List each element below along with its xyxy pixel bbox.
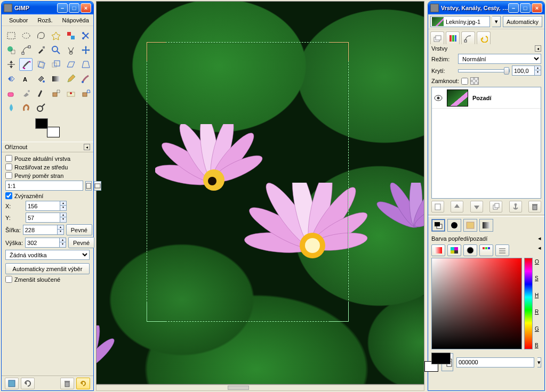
input-height[interactable] [25, 238, 59, 248]
spin-opacity[interactable]: ▴▾ [534, 66, 541, 76]
hex-input[interactable] [456, 357, 534, 368]
lock-pixels-checkbox[interactable] [461, 78, 468, 85]
hue-label-s[interactable]: S [535, 275, 541, 281]
width-fixed-button[interactable]: Pevné [66, 224, 92, 235]
tool-by-color-select[interactable] [64, 29, 77, 42]
spin-y[interactable]: ▴▾ [60, 213, 67, 223]
layer-delete-icon[interactable] [528, 201, 541, 213]
mode-select[interactable]: Normální [458, 54, 541, 64]
crop-handle-tr[interactable] [330, 42, 349, 61]
image-selector-dropdown[interactable]: ▾ [492, 16, 501, 27]
tool-flip[interactable] [4, 72, 18, 85]
color-edit-menu-icon[interactable]: ◂ [538, 244, 541, 256]
hue-label-b[interactable]: B [535, 342, 541, 348]
aspect-portrait-icon[interactable] [85, 181, 92, 191]
fgbg-menu-icon[interactable]: ◂ [538, 235, 541, 242]
opacity-input[interactable] [512, 66, 534, 76]
layer-lower-icon[interactable] [470, 201, 483, 213]
grad-pattern-icon[interactable] [463, 219, 477, 232]
bg-color-swatch[interactable] [47, 127, 60, 137]
tool-color-picker[interactable] [34, 44, 47, 56]
tool-bucket-fill[interactable] [34, 72, 47, 85]
crop-handle-br[interactable] [330, 303, 349, 322]
hex-dropdown[interactable]: ▾ [537, 357, 541, 368]
colortab-scales-icon[interactable] [495, 244, 509, 256]
tool-paintbrush[interactable] [79, 72, 92, 85]
tool-eraser[interactable] [4, 87, 18, 100]
color-sv-field[interactable] [431, 258, 522, 349]
autoshrink-button[interactable]: Automaticky zmenšit výběr [5, 263, 90, 274]
tool-perspective-clone[interactable] [79, 87, 92, 100]
layer-name-label[interactable]: Pozadí [472, 95, 491, 101]
layer-new-icon[interactable] [431, 201, 444, 213]
fg-color-swatch[interactable] [35, 118, 48, 129]
image-canvas[interactable] [96, 1, 424, 385]
tool-measure[interactable] [64, 44, 77, 56]
fg-bg-color-widget[interactable] [35, 118, 60, 137]
opacity-slider[interactable] [458, 69, 510, 72]
tool-paths[interactable] [19, 44, 33, 56]
tab-paths-icon[interactable] [461, 31, 475, 44]
hue-label-r[interactable]: R [535, 309, 541, 315]
menu-file[interactable]: Soubor [5, 16, 32, 24]
layer-row[interactable]: Pozadí [432, 87, 541, 109]
tool-shear[interactable] [64, 58, 77, 71]
layer-anchor-icon[interactable] [509, 201, 522, 213]
menu-help[interactable]: Nápověda [58, 16, 93, 24]
aspect-landscape-icon[interactable] [94, 181, 101, 191]
tool-move[interactable] [79, 44, 92, 56]
layer-list[interactable]: Pozadí [431, 87, 541, 199]
tool-fuzzy-select[interactable] [49, 29, 62, 42]
tool-clone[interactable] [49, 87, 62, 100]
tool-airbrush[interactable] [19, 87, 33, 100]
input-x[interactable] [26, 201, 60, 211]
crop-handle-bl[interactable] [147, 303, 166, 322]
tool-zoom[interactable] [49, 44, 62, 56]
tool-heal[interactable] [64, 87, 77, 100]
tool-align[interactable] [4, 58, 18, 71]
tooloptions-delete-icon[interactable] [60, 378, 74, 389]
guides-select[interactable]: Žádná vodítka [5, 250, 90, 260]
layers-menu-icon[interactable]: ◂ [535, 45, 541, 52]
maximize-button[interactable]: □ [520, 3, 531, 13]
tool-options-menu-icon[interactable]: ◂ [84, 144, 90, 150]
colortab-palette-icon[interactable] [479, 244, 493, 256]
tooloptions-reset-icon[interactable] [76, 378, 90, 389]
dock-titlebar[interactable]: Vrstvy, Kanály, Cesty, … – □ × [428, 2, 544, 14]
maximize-button[interactable]: □ [69, 3, 79, 13]
crop-handle-tl[interactable] [147, 42, 166, 61]
hue-label-o[interactable]: O [535, 259, 541, 265]
tool-dodge-burn[interactable] [34, 101, 47, 114]
menu-xtns[interactable]: Rozš. [33, 16, 57, 24]
layer-duplicate-icon[interactable] [489, 201, 502, 213]
tool-rect-select[interactable] [4, 29, 18, 42]
colortab-cmyk-icon[interactable] [447, 244, 461, 256]
close-button[interactable]: × [532, 3, 542, 13]
chk-highlight[interactable] [5, 192, 12, 199]
height-fixed-button[interactable]: Pevné [68, 237, 94, 248]
tab-channels-icon[interactable] [446, 31, 460, 44]
tab-undo-icon[interactable] [477, 31, 491, 44]
aspect-input[interactable] [5, 181, 83, 191]
colortab-wheel-icon[interactable] [463, 244, 477, 256]
tool-free-select[interactable] [34, 29, 47, 42]
toolbox-titlebar[interactable]: GIMP – □ × [2, 2, 93, 14]
tool-text[interactable]: A [19, 72, 33, 85]
tool-foreground-select[interactable] [4, 44, 18, 56]
tool-rotate[interactable] [34, 58, 47, 71]
close-button[interactable]: × [81, 3, 91, 13]
auto-button[interactable]: Automaticky [503, 16, 542, 27]
tool-scale[interactable] [49, 58, 62, 71]
grad-brush-icon[interactable] [447, 219, 461, 232]
spin-w[interactable]: ▴▾ [57, 225, 64, 235]
tool-crop[interactable] [19, 58, 33, 71]
tool-ellipse-select[interactable] [19, 29, 33, 42]
tool-perspective[interactable] [79, 58, 92, 71]
layer-raise-icon[interactable] [451, 201, 463, 213]
tool-pencil[interactable] [64, 72, 77, 85]
color-fgbg-mini[interactable] [431, 353, 438, 372]
tab-layers-icon[interactable] [430, 31, 444, 44]
tool-smudge[interactable] [19, 101, 33, 114]
minimize-button[interactable]: – [508, 3, 519, 13]
chk-shrink-merged[interactable] [5, 276, 12, 283]
